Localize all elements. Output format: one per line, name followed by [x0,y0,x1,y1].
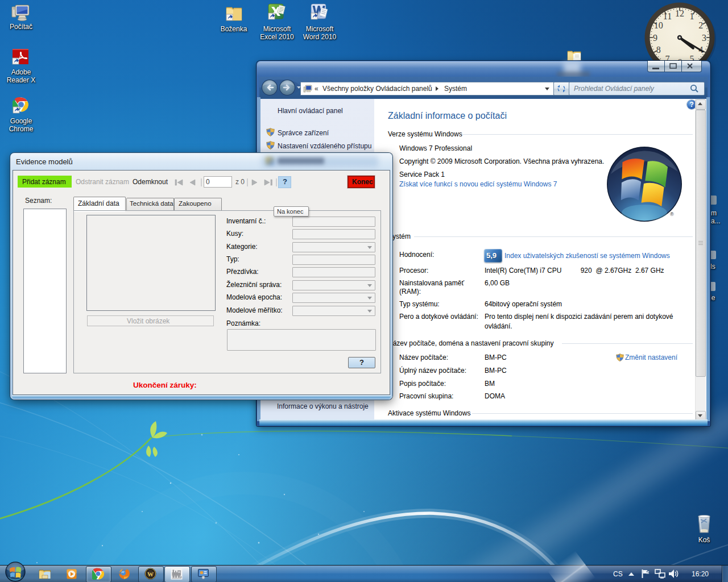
svg-text:10: 10 [654,20,663,30]
svg-text:11: 11 [663,11,672,21]
svg-text:9: 9 [653,33,657,43]
svg-text:3: 3 [702,33,706,43]
svg-text:2: 2 [698,20,703,30]
svg-text:8: 8 [656,45,661,55]
svg-text:W: W [147,571,154,577]
svg-text:®: ® [670,211,674,217]
